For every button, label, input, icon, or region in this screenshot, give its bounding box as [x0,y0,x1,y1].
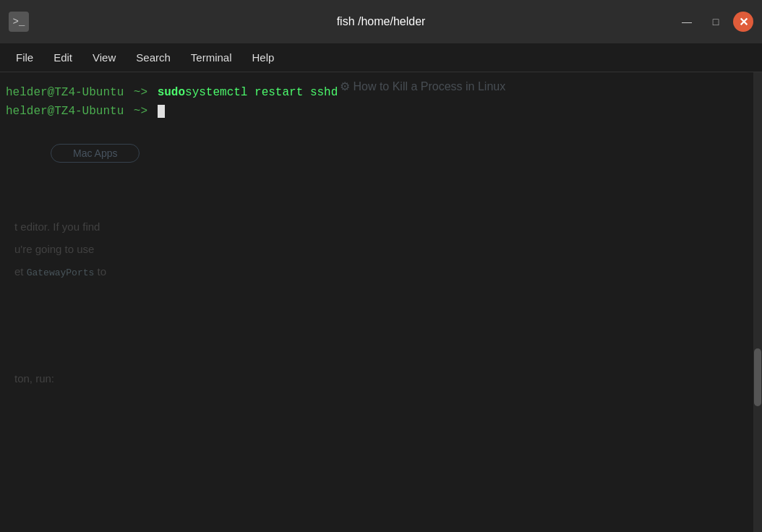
bg-mac-apps-badge: Mac Apps [51,144,140,163]
window-controls: — □ ✕ [675,10,753,33]
prompt-user-1: helder@TZ4-Ubuntu [6,84,124,103]
terminal-content[interactable]: ⚙ How to Kill a Process in Linux Mac App… [0,72,762,532]
close-button[interactable]: ✕ [733,12,753,32]
background-content: ⚙ How to Kill a Process in Linux Mac App… [0,72,762,532]
scrollbar[interactable] [753,72,762,532]
menu-item-terminal[interactable]: Terminal [181,48,242,66]
menu-bar: File Edit View Search Terminal Help [0,43,762,72]
menu-item-search[interactable]: Search [126,48,181,66]
terminal-window: >_ fish /home/helder — □ ✕ File Edit Vie… [0,0,762,532]
prompt-user-2: helder@TZ4-Ubuntu [6,103,124,121]
command-sudo: sudo [158,84,185,103]
terminal-icon: >_ [9,12,29,32]
minimize-button[interactable]: — [675,10,698,33]
command-rest: systemctl restart sshd [185,84,338,103]
window-title: fish /home/helder [337,15,426,28]
bg-text-line-1: t editor. If you find [14,220,748,233]
bg-text-line-3: et GatewayPorts to [14,265,748,278]
maximize-button[interactable]: □ [704,10,727,33]
terminal-cursor [158,105,165,118]
prompt-arrow-1: ~> [127,84,154,103]
menu-item-view[interactable]: View [82,48,126,66]
terminal-line-2: helder@TZ4-Ubuntu ~> [6,103,748,121]
menu-item-help[interactable]: Help [242,48,285,66]
prompt-arrow-2: ~> [127,103,154,121]
menu-item-file[interactable]: File [6,48,43,66]
title-bar: >_ fish /home/helder — □ ✕ [0,0,762,43]
scrollbar-thumb[interactable] [754,348,761,406]
title-bar-left: >_ [9,12,29,32]
menu-item-edit[interactable]: Edit [43,48,82,66]
bg-text-line-2: u're going to use [14,243,748,255]
terminal-text-area: helder@TZ4-Ubuntu ~> sudo systemctl rest… [0,80,753,125]
bg-text-line-4: ton, run: [14,372,748,385]
terminal-line-1: helder@TZ4-Ubuntu ~> sudo systemctl rest… [6,84,748,103]
